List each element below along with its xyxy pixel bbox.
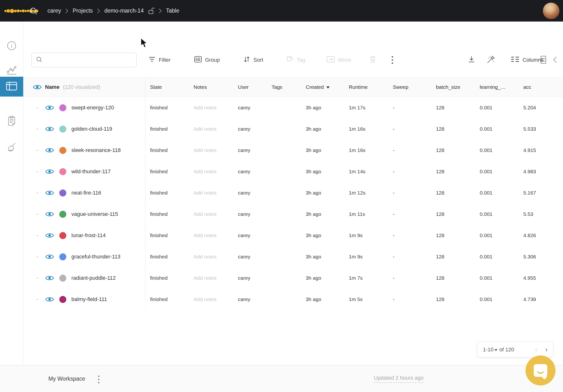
group-button[interactable]: Group xyxy=(194,53,220,67)
sort-button[interactable]: Sort xyxy=(243,53,263,67)
move-button[interactable]: Move xyxy=(326,53,351,67)
run-name-link[interactable]: graceful-thunder-113 xyxy=(71,253,121,260)
run-runtime: 1m 9s xyxy=(344,233,388,238)
delete-button[interactable] xyxy=(369,53,377,67)
run-sweep: - xyxy=(388,211,431,217)
header-acc[interactable]: acc xyxy=(518,84,563,90)
run-notes-field[interactable]: Add notes xyxy=(189,296,233,302)
header-tags[interactable]: Tags xyxy=(267,84,301,90)
columns-button[interactable]: Columns xyxy=(511,53,544,67)
export-csv-button[interactable] xyxy=(467,53,476,67)
run-name-link[interactable]: neat-fire-116 xyxy=(71,190,101,196)
header-state[interactable]: State xyxy=(145,84,189,90)
search-icon[interactable] xyxy=(29,7,38,17)
run-notes-field[interactable]: Add notes xyxy=(189,275,233,281)
sidebar-item-table[interactable] xyxy=(0,77,23,97)
run-state: finished xyxy=(145,147,189,153)
avatar[interactable] xyxy=(543,2,560,19)
run-name-link[interactable]: lunar-frost-114 xyxy=(71,232,105,239)
eye-icon[interactable] xyxy=(45,147,54,154)
sidebar-item-overview[interactable]: i xyxy=(0,36,23,56)
header-user[interactable]: User xyxy=(233,84,267,90)
page-range-select[interactable]: 1-10 xyxy=(483,346,494,353)
run-name-link[interactable]: sleek-resonance-118 xyxy=(71,147,121,153)
eye-icon[interactable] xyxy=(45,126,54,132)
run-acc: 5.533 xyxy=(518,126,563,132)
breadcrumb-page[interactable]: Table xyxy=(166,8,179,14)
table-row[interactable]: vague-universe-115 finished Add notes ca… xyxy=(23,203,563,225)
sort-icon xyxy=(243,56,250,64)
run-learning-rate: 0.001 xyxy=(475,211,518,217)
table-row[interactable]: wild-thunder-117 finished Add notes care… xyxy=(23,161,563,182)
run-notes-field[interactable]: Add notes xyxy=(189,211,233,217)
eye-icon[interactable] xyxy=(33,84,42,90)
row-handle-icon xyxy=(37,192,38,194)
workspace-menu-button[interactable] xyxy=(98,374,100,383)
table-row[interactable]: radiant-puddle-112 finished Add notes ca… xyxy=(23,267,563,289)
header-notes[interactable]: Notes xyxy=(189,84,233,90)
breadcrumb-project[interactable]: demo-march-14 xyxy=(104,8,143,14)
wandb-logo-icon[interactable] xyxy=(4,3,20,19)
header-sweep[interactable]: Sweep xyxy=(388,84,431,90)
line-chart-icon xyxy=(6,65,17,77)
eye-icon[interactable] xyxy=(45,211,54,217)
run-name-link[interactable]: balmy-field-111 xyxy=(71,296,107,303)
header-created[interactable]: Created xyxy=(301,84,344,90)
table-row[interactable]: lunar-frost-114 finished Add notes carey… xyxy=(23,225,563,246)
table-row[interactable]: graceful-thunder-113 finished Add notes … xyxy=(23,246,563,267)
header-learning-rate[interactable]: learning_… xyxy=(475,84,518,90)
run-created: 3h ago xyxy=(301,105,344,111)
eye-icon[interactable] xyxy=(45,190,54,196)
sidebar-item-sweeps[interactable] xyxy=(0,138,23,158)
run-sweep: - xyxy=(388,126,431,132)
runs-search-box xyxy=(31,53,137,67)
eye-icon[interactable] xyxy=(45,253,54,260)
run-name-link[interactable]: golden-cloud-119 xyxy=(71,126,112,132)
chat-icon xyxy=(534,364,547,377)
workspace-title[interactable]: My Workspace xyxy=(48,365,85,392)
table-row[interactable]: swept-energy-120 finished Add notes care… xyxy=(23,97,563,118)
eye-icon[interactable] xyxy=(45,104,54,111)
run-color-dot xyxy=(59,126,66,133)
header-runtime[interactable]: Runtime xyxy=(344,84,388,90)
run-name-link[interactable]: wild-thunder-117 xyxy=(71,168,111,175)
breadcrumb-user[interactable]: carey xyxy=(47,8,61,14)
run-name-link[interactable]: swept-energy-120 xyxy=(71,104,114,111)
more-actions-button[interactable] xyxy=(392,53,393,67)
run-created: 3h ago xyxy=(301,147,344,153)
header-name[interactable]: Name (120 visualized) xyxy=(23,84,145,90)
run-notes-field[interactable]: Add notes xyxy=(189,147,233,153)
eye-icon[interactable] xyxy=(45,296,54,303)
run-learning-rate: 0.001 xyxy=(475,233,518,238)
chat-widget-button[interactable] xyxy=(525,355,555,385)
run-notes-field[interactable]: Add notes xyxy=(189,233,233,238)
header-batch-size[interactable]: batch_size xyxy=(431,84,475,90)
next-page-button[interactable]: › xyxy=(545,346,548,353)
run-sweep: - xyxy=(388,190,431,196)
runs-panel: Runs (120) xyxy=(23,22,563,365)
table-row[interactable]: sleek-resonance-118 finished Add notes c… xyxy=(23,140,563,161)
run-notes-field[interactable]: Add notes xyxy=(189,254,233,260)
table-row[interactable]: neat-fire-116 finished Add notes carey 3… xyxy=(23,182,563,203)
eye-icon[interactable] xyxy=(45,275,54,281)
magic-wand-button[interactable] xyxy=(486,53,496,67)
collapse-chevron-icon[interactable] xyxy=(553,56,557,64)
breadcrumb-projects[interactable]: Projects xyxy=(73,8,93,14)
eye-icon[interactable] xyxy=(45,232,54,239)
filter-button[interactable]: Filter xyxy=(148,53,171,67)
eye-icon[interactable] xyxy=(45,168,54,175)
broom-icon xyxy=(6,142,17,154)
table-row[interactable]: balmy-field-111 finished Add notes carey… xyxy=(23,289,563,310)
run-notes-field[interactable]: Add notes xyxy=(189,190,233,196)
sidebar-item-logs[interactable] xyxy=(0,112,23,131)
run-created: 3h ago xyxy=(301,126,344,132)
search-input[interactable] xyxy=(46,57,136,63)
tag-button[interactable]: Tag xyxy=(285,53,305,67)
run-name-link[interactable]: radiant-puddle-112 xyxy=(71,275,116,281)
run-notes-field[interactable]: Add notes xyxy=(189,105,233,111)
prev-page-button[interactable]: ‹ xyxy=(535,346,537,353)
run-notes-field[interactable]: Add notes xyxy=(189,126,233,132)
run-notes-field[interactable]: Add notes xyxy=(189,169,233,175)
table-row[interactable]: golden-cloud-119 finished Add notes care… xyxy=(23,118,563,140)
run-name-link[interactable]: vague-universe-115 xyxy=(71,211,118,217)
